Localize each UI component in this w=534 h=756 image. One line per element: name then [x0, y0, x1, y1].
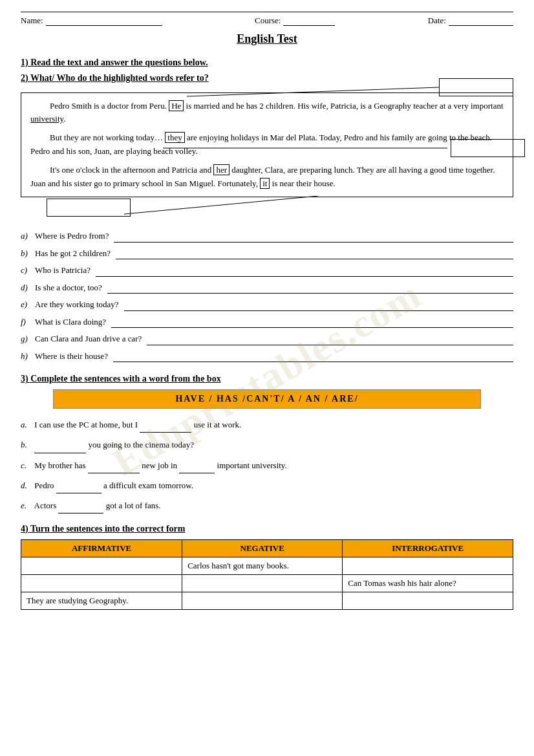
fill-text-d1: Pedro — [34, 481, 56, 490]
fill-text-e1: Actors — [34, 501, 59, 510]
q-line-c[interactable] — [96, 276, 513, 277]
q-line-g[interactable] — [147, 345, 513, 345]
table-row1-negative[interactable]: Carlos hasn't got many books. — [182, 557, 343, 574]
answer-box-2[interactable] — [451, 139, 525, 157]
fill-list: a. I can use the PC at home, but I use i… — [21, 418, 513, 513]
name-line[interactable] — [46, 15, 162, 26]
fill-label-c: c. — [21, 459, 32, 473]
q-label-b: b) — [21, 247, 35, 260]
fill-label-d: d. — [21, 479, 32, 493]
passage-box: Pedro Smith is a doctor from Peru. He is… — [21, 92, 513, 198]
question-g: g) Can Clara and Juan drive a car? — [21, 332, 513, 345]
fill-blank-b[interactable] — [34, 438, 86, 453]
transform-table: AFFIRMATIVE NEGATIVE INTERROGATIVE Carlo… — [21, 539, 513, 610]
passage-p3-pre: It's one o'clock in the afternoon and Pa… — [50, 165, 213, 175]
q-text-h: Where is their house? — [35, 350, 108, 363]
table-row3-interrogative[interactable] — [343, 592, 513, 609]
question-c: c) Who is Patricia? — [21, 264, 513, 277]
her-highlight: her — [213, 164, 230, 175]
course-line[interactable] — [283, 15, 335, 26]
it-highlight: it — [260, 178, 270, 189]
page-title: English Test — [21, 32, 513, 46]
question-e: e) Are they working today? — [21, 298, 513, 311]
question-f: f) What is Clara doing? — [21, 316, 513, 329]
q-label-d: d) — [21, 281, 35, 294]
passage-p3-rest: is near their house. — [270, 178, 335, 188]
question-d: d) Is she a doctor, too? — [21, 281, 513, 294]
answer-box-1[interactable] — [439, 78, 513, 96]
fill-text-a1: I can use the PC at home, but I — [34, 420, 140, 429]
table-row2-negative[interactable] — [182, 574, 343, 592]
fill-text-d2: a difficult exam tomorrow. — [103, 481, 193, 490]
q-line-d[interactable] — [107, 293, 513, 294]
course-label: Course: — [255, 16, 281, 26]
name-label: Name: — [21, 16, 43, 26]
date-field: Date: — [428, 15, 513, 26]
table-row1-affirmative[interactable] — [21, 557, 182, 574]
q-line-a[interactable] — [114, 242, 513, 243]
q-label-g: g) — [21, 332, 35, 345]
table-row3-negative[interactable] — [182, 592, 343, 609]
fill-label-e: e. — [21, 499, 32, 513]
col-interrogative: INTERROGATIVE — [343, 539, 513, 557]
table-row-2: Can Tomas wash his hair alone? — [21, 574, 513, 592]
table-row2-affirmative[interactable] — [21, 574, 182, 592]
fill-label-a: a. — [21, 418, 32, 432]
section4-block: 4) Turn the sentences into the correct f… — [21, 524, 513, 610]
q-text-a: Where is Pedro from? — [35, 230, 109, 243]
q-line-f[interactable] — [111, 327, 513, 328]
fill-text-c2: new job in — [142, 460, 179, 470]
course-field: Course: — [255, 15, 335, 26]
fill-blank-e[interactable] — [58, 499, 103, 513]
fill-text-b: you going to the cinema today? — [89, 440, 195, 449]
fill-blank-c1[interactable] — [88, 459, 140, 473]
table-row-1: Carlos hasn't got many books. — [21, 557, 513, 574]
he-highlight: He — [169, 100, 184, 111]
fill-a: a. I can use the PC at home, but I use i… — [21, 418, 513, 433]
table-row-3: They are studying Geography. — [21, 592, 513, 609]
fill-text-c3: important university. — [217, 460, 287, 470]
question-h: h) Where is their house? — [21, 350, 513, 363]
fill-text-c1: My brother has — [34, 460, 88, 470]
svg-line-2 — [124, 196, 318, 214]
q-text-d: Is she a doctor, too? — [35, 281, 102, 294]
q-text-e: Are they working today? — [35, 298, 119, 311]
question-a: a) Where is Pedro from? — [21, 230, 513, 243]
header-row: Name: Course: Date: — [21, 12, 513, 26]
fill-b: b. you going to the cinema today? — [21, 438, 513, 453]
q-line-e[interactable] — [124, 310, 513, 311]
q-line-h[interactable] — [113, 362, 513, 362]
passage-p1: Pedro Smith is a doctor from Peru. — [50, 101, 169, 111]
q-label-e: e) — [21, 298, 35, 311]
fill-blank-d[interactable] — [56, 479, 101, 493]
instruction-1: 1) Read the text and answer the question… — [21, 55, 513, 70]
q-text-f: What is Clara doing? — [35, 316, 106, 329]
fill-blank-a[interactable] — [140, 418, 191, 433]
table-row2-interrogative[interactable]: Can Tomas wash his hair alone? — [343, 574, 513, 592]
passage-container: Pedro Smith is a doctor from Peru. He is… — [21, 92, 513, 198]
q-text-b: Has he got 2 children? — [35, 247, 111, 260]
section4-title: 4) Turn the sentences into the correct f… — [21, 524, 513, 534]
q-label-c: c) — [21, 264, 35, 277]
q-label-a: a) — [21, 230, 35, 243]
table-header-row: AFFIRMATIVE NEGATIVE INTERROGATIVE — [21, 539, 513, 557]
answer-box-3[interactable] — [47, 199, 131, 217]
q-text-g: Can Clara and Juan drive a car? — [35, 332, 142, 345]
fill-c: c. My brother has new job in important u… — [21, 459, 513, 473]
questions-list: a) Where is Pedro from? b) Has he got 2 … — [21, 230, 513, 362]
fill-blank-c2[interactable] — [179, 459, 215, 473]
q-label-h: h) — [21, 350, 35, 363]
fill-d: d. Pedro a difficult exam tomorrow. — [21, 479, 513, 493]
fill-label-b: b. — [21, 438, 32, 452]
table-row3-affirmative[interactable]: They are studying Geography. — [21, 592, 182, 609]
word-box: HAVE / HAS /CAN'T/ A / AN / ARE/ — [53, 389, 481, 409]
q-line-b[interactable] — [116, 259, 513, 259]
col-negative: NEGATIVE — [182, 539, 343, 557]
passage-p2-pre: But they are not working today… — [50, 133, 165, 142]
q-label-f: f) — [21, 316, 35, 329]
col-affirmative: AFFIRMATIVE — [21, 539, 182, 557]
date-label: Date: — [428, 16, 446, 26]
name-field: Name: — [21, 15, 162, 26]
table-row1-interrogative[interactable] — [343, 557, 513, 574]
date-line[interactable] — [449, 15, 513, 26]
